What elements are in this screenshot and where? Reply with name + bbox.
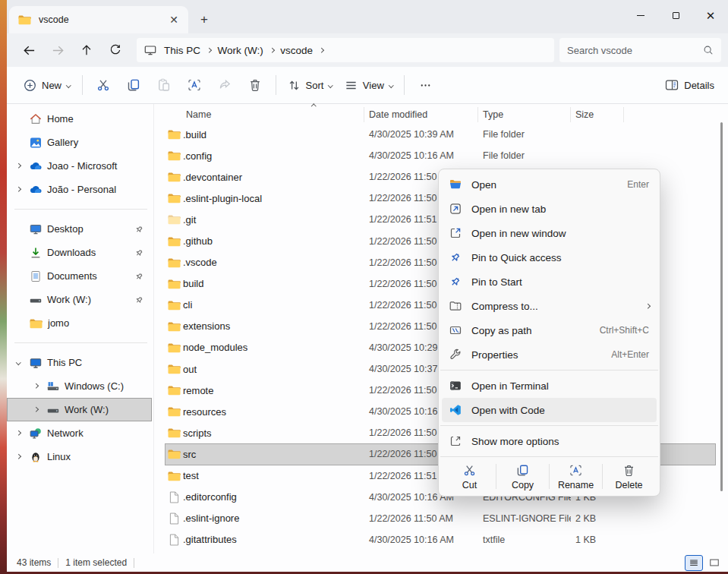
expander [13,247,24,258]
sidebar-item-windows-c[interactable]: Windows (C:) [7,374,153,398]
menu-item-pin-to-start[interactable]: Pin to Start [442,270,657,294]
delete-button[interactable] [240,71,270,99]
folder-icon [165,214,183,225]
menu-divider [440,425,658,426]
column-header-type[interactable]: Type [478,107,571,122]
chevron-right-icon[interactable] [16,430,20,435]
new-button[interactable]: New [17,74,77,97]
sidebar-item-jomo[interactable]: jomo [7,311,153,335]
sidebar-item-label: Home [47,113,74,125]
chevron-down-icon[interactable] [16,360,20,364]
explorer-tab[interactable]: vscode ✕ [9,6,188,33]
home-icon [30,113,42,125]
search-icon[interactable] [703,45,714,55]
chevron-right-icon[interactable] [33,383,38,388]
sidebar-item-documents[interactable]: Documents [7,264,153,288]
menu-item-open-in-new-tab[interactable]: Open in new tab [442,197,657,221]
row-name: resources [183,406,364,418]
paste-button[interactable] [149,71,179,99]
cut-button[interactable] [88,71,118,99]
file-row-gitattributes[interactable]: .gitattributes4/30/2025 10:16 AMtxtfile1… [165,529,716,550]
folder-row-build[interactable]: .build4/30/2025 10:39 AMFile folder [165,124,716,145]
maximize-button[interactable] [658,0,693,30]
terminal-icon [449,380,462,392]
sidebar-item-network[interactable]: Network [7,421,153,445]
forward-button[interactable] [43,37,72,63]
thispc-icon [30,357,42,369]
thumbnail-view-button[interactable] [705,555,723,571]
up-button[interactable] [72,37,101,63]
quick-action-rename[interactable]: Rename [550,460,602,493]
sort-button[interactable]: Sort [282,74,339,97]
column-header-size[interactable]: Size [571,107,624,122]
menu-item-label: Pin to Start [471,276,522,288]
pin-icon [449,251,462,263]
onedrive-icon [30,184,42,196]
search-box [559,38,721,62]
folder-icon [165,129,183,140]
sidebar-item-home[interactable]: Home [7,107,153,131]
file-icon [165,512,183,525]
column-header-date-modified[interactable]: Date modified [364,107,478,122]
details-view-button[interactable] [685,555,703,571]
menu-item-open-in-terminal[interactable]: Open in Terminal [442,374,657,398]
details-button[interactable]: Details [659,73,720,97]
quick-action-cut[interactable]: Cut [443,460,496,493]
menu-item-properties[interactable]: PropertiesAlt+Enter [442,342,657,367]
sidebar-item-joao-microsoft[interactable]: Joao - Microsoft [7,154,153,178]
breadcrumb-item-work-w[interactable]: Work (W:) [213,43,268,58]
quick-action-label: Rename [558,480,594,490]
downloads-icon [30,247,42,259]
breadcrumb-item-this-pc[interactable]: This PC [159,43,205,58]
sidebar-item-this-pc[interactable]: This PC [7,351,153,374]
menu-item-show-more-options[interactable]: Show more options [442,429,657,453]
view-label: View [363,80,384,91]
more-options-button[interactable] [410,71,440,99]
vertical-scrollbar[interactable] [720,122,723,491]
menu-divider [440,370,658,371]
folder-row-config[interactable]: .config4/30/2025 10:16 AMFile folder [165,145,716,166]
menu-item-open-in-new-window[interactable]: Open in new window [442,221,657,245]
search-input[interactable] [567,45,703,56]
items-count: 43 items [17,557,51,568]
breadcrumb-item-vscode[interactable]: vscode [276,43,317,58]
close-button[interactable]: ✕ [693,0,728,30]
chevron-right-icon[interactable] [16,454,20,459]
sidebar-item-downloads[interactable]: Downloads [7,241,153,264]
sidebar-item-work-w[interactable]: Work (W:) [7,288,153,311]
sidebar-item-gallery[interactable]: Gallery [7,131,153,154]
refresh-button[interactable] [101,37,130,63]
rename-button[interactable] [179,71,210,99]
menu-item-pin-to-quick-access[interactable]: Pin to Quick access [442,245,657,270]
back-button[interactable] [14,37,43,63]
view-button[interactable]: View [339,74,399,97]
row-size: 2 KB [571,513,624,524]
minimize-button[interactable] [623,0,658,30]
menu-item-copy-as-path[interactable]: Copy as pathCtrl+Shift+C [442,318,657,342]
sidebar-item-jo-o-personal[interactable]: João - Personal [7,178,153,201]
quick-action-copy[interactable]: Copy [496,460,549,493]
menu-item-label: Show more options [471,436,559,447]
quick-action-delete[interactable]: Delete [603,460,655,493]
chevron-right-icon[interactable] [33,407,38,412]
row-name: .gitattributes [183,534,364,545]
menu-item-open[interactable]: OpenEnter [442,172,657,197]
file-row-eslint-ignore[interactable]: .eslint-ignore1/22/2026 11:50 AMESLINT-I… [165,508,716,529]
sidebar-item-linux[interactable]: Linux [7,445,153,468]
tab-close-icon[interactable]: ✕ [165,11,182,28]
chevron-right-icon[interactable] [16,187,20,191]
row-name: src [183,449,364,460]
menu-item-compress-to[interactable]: Compress to... [442,294,657,318]
expander [13,223,24,235]
menu-item-open-with-code[interactable]: Open with Code [442,398,657,422]
sidebar-item-work-w[interactable]: Work (W:) [7,398,152,421]
menu-item-label: Properties [471,349,518,361]
file-row-partial[interactable] [165,550,716,554]
copy-button[interactable] [118,71,149,99]
sidebar-item-desktop[interactable]: Desktop [7,217,153,241]
chevron-right-icon[interactable] [16,163,20,168]
new-tab-button[interactable]: + [193,8,216,31]
column-header-name[interactable]: Name [165,107,364,122]
share-button[interactable] [210,71,240,99]
this-pc-icon [144,44,156,56]
